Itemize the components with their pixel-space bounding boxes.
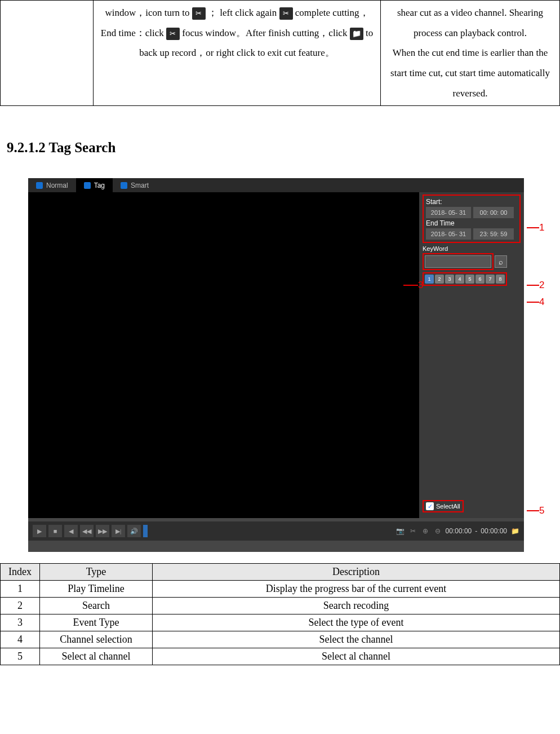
bottom-strip [28, 541, 524, 552]
top-col2-cell: window，icon turn to ； left click again c… [94, 1, 381, 106]
cell-type: Search [40, 598, 153, 614]
cut-icon[interactable]: ✂ [408, 527, 417, 536]
tab-label: Normal [46, 182, 68, 189]
search-sidebar: Start: End Time KeyWord ⌕ [419, 192, 524, 518]
export-folder-icon[interactable]: 📁 [510, 527, 519, 536]
keyword-input[interactable] [425, 255, 491, 268]
callout-num: 3 [418, 280, 423, 291]
folder-icon [350, 28, 363, 40]
time-left: 00:00:00 [446, 527, 472, 535]
snapshot-icon[interactable]: 📷 [396, 527, 405, 536]
channel-buttons: 1 2 3 4 5 6 7 8 [425, 275, 505, 284]
text: focus window。After finish cutting，click [182, 28, 347, 38]
fast-button[interactable]: ▶▶ [96, 525, 109, 537]
start-label: Start: [426, 197, 517, 207]
reverse-button[interactable]: ◀ [64, 525, 78, 537]
tag-search-screenshot: Normal Tag Smart Start: End Time [28, 178, 524, 552]
callout-4: 4 [527, 297, 544, 308]
table-row: 1 Play Timeline Display the progress bar… [1, 581, 560, 598]
play-button[interactable]: ▶ [33, 525, 46, 537]
playbar-right: 📷 ✂ ⊕ ⊖ 00:00:00 - 00:00:00 📁 [396, 527, 519, 536]
channel-btn-5[interactable]: 5 [465, 275, 474, 284]
tab-tag-icon [84, 182, 91, 189]
channel-btn-1[interactable]: 1 [425, 275, 434, 284]
keyword-input-highlight [423, 253, 494, 270]
check-icon: ✓ [426, 502, 434, 510]
end-date-input[interactable] [426, 228, 471, 240]
selectall-highlight: ✓ SelectAll [423, 500, 464, 512]
callout-3: 3 [403, 280, 423, 291]
end-label: End Time [426, 218, 517, 228]
text: End time：click [101, 28, 164, 38]
callout-1: 1 [527, 222, 544, 233]
callout-num: 5 [539, 505, 544, 516]
selectall-label: SelectAll [436, 503, 460, 510]
tab-tag[interactable]: Tag [76, 178, 113, 192]
cell-type: Event Type [40, 614, 153, 631]
playback-bar: ▶ ■ ◀ ◀◀ ▶▶ ▶| 🔊 📷 ✂ ⊕ ⊖ 00:00:00 - 00:0… [28, 521, 524, 541]
time-right: 00:00:00 [481, 527, 507, 535]
table-header-row: Index Type Description [1, 564, 560, 581]
keyword-label: KeyWord [423, 245, 521, 252]
search-button[interactable]: ⌕ [495, 255, 507, 268]
start-date-input[interactable] [426, 207, 471, 218]
channel-btn-3[interactable]: 3 [445, 275, 454, 284]
slow-button[interactable]: ◀◀ [80, 525, 94, 537]
cell-desc: Display the progress bar of the current … [153, 581, 560, 598]
scissors-icon [279, 7, 293, 20]
table-row: 2 Search Search recoding [1, 598, 560, 614]
cell-desc: Select al channel [153, 648, 560, 665]
channel-btn-6[interactable]: 6 [475, 275, 485, 284]
end-time-input[interactable] [473, 228, 514, 240]
start-time-input[interactable] [473, 207, 514, 218]
index-description-table: Index Type Description 1 Play Timeline D… [0, 563, 560, 665]
tab-label: Tag [94, 182, 105, 189]
text: window，icon turn to [105, 7, 192, 18]
th-type: Type [40, 564, 153, 581]
volume-level[interactable] [143, 525, 148, 537]
tab-normal-icon [36, 182, 43, 189]
callout-num: 1 [539, 222, 544, 233]
keyword-row: ⌕ [423, 253, 521, 270]
stop-button[interactable]: ■ [48, 525, 62, 537]
selectall-checkbox[interactable]: ✓ SelectAll [426, 502, 460, 510]
tab-label: Smart [131, 182, 149, 189]
cell-index: 2 [1, 598, 40, 614]
channel-btn-7[interactable]: 7 [486, 275, 495, 284]
tab-bar: Normal Tag Smart [28, 178, 524, 192]
th-index: Index [1, 564, 40, 581]
callout-num: 2 [539, 280, 544, 291]
text: ； left click again [208, 7, 277, 18]
time-sep: - [475, 527, 477, 535]
zoom-in-icon[interactable]: ⊕ [421, 527, 430, 536]
cell-index: 3 [1, 614, 40, 631]
table-row: 3 Event Type Select the type of event [1, 614, 560, 631]
th-description: Description [153, 564, 560, 581]
text: complete cutting， [295, 7, 369, 18]
channel-btn-4[interactable]: 4 [455, 275, 464, 284]
frame-button[interactable]: ▶| [112, 525, 125, 537]
zoom-out-icon[interactable]: ⊖ [433, 527, 442, 536]
tab-smart[interactable]: Smart [113, 178, 157, 192]
tab-smart-icon [121, 182, 127, 189]
cell-type: Channel selection [40, 631, 153, 648]
callout-num: 4 [539, 297, 544, 308]
channel-btn-2[interactable]: 2 [435, 275, 444, 284]
scissors-icon [192, 7, 206, 20]
cell-desc: Search recoding [153, 598, 560, 614]
time-range-block: Start: End Time [423, 194, 521, 243]
cell-type: Play Timeline [40, 581, 153, 598]
callout-5: 5 [527, 505, 544, 516]
tab-normal[interactable]: Normal [28, 178, 76, 192]
cell-type: Select al channel [40, 648, 153, 665]
search-icon: ⌕ [499, 258, 503, 266]
channel-btn-8[interactable]: 8 [496, 275, 505, 284]
top-col1-empty [1, 1, 94, 106]
cell-desc: Select the type of event [153, 614, 560, 631]
table-row: 5 Select al channel Select al channel [1, 648, 560, 665]
mute-button[interactable]: 🔊 [127, 525, 141, 537]
scissors-icon [166, 28, 180, 40]
video-viewport [28, 192, 419, 518]
cell-desc: Select the channel [153, 631, 560, 648]
table-row: 4 Channel selection Select the channel [1, 631, 560, 648]
